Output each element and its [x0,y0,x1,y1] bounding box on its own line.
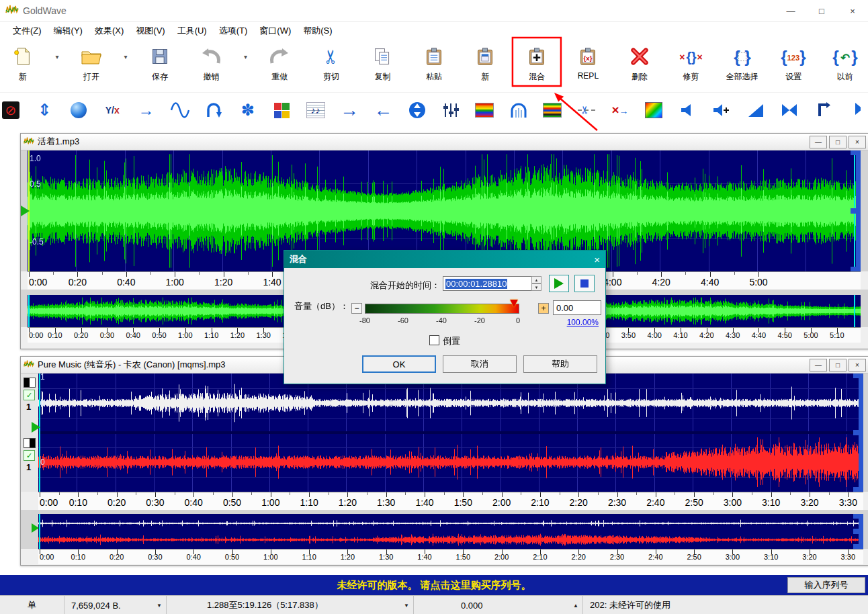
enter-serial-button[interactable]: 输入序列号 [787,577,865,593]
prohibit-icon[interactable]: ⊘ [1,98,20,122]
toolbar-button-trim-braces[interactable]: ×{}×修剪 [672,41,709,83]
preview-play-button[interactable] [549,275,569,292]
toolbar-button-copy-pages[interactable]: 复制 [363,41,401,83]
color-blocks-icon[interactable] [272,98,291,122]
channel2-view-toggle-icon[interactable] [24,438,36,448]
cue-bracket-icon[interactable] [814,98,832,122]
window2-overview-waveform[interactable] [38,514,863,549]
toolbar-button-previous-braces[interactable]: {↶}以前 [826,41,864,83]
status-selection[interactable]: 1.288至5:19.126（5:17.838）▼ [167,596,414,614]
pinwheel-icon[interactable]: ✽ [238,98,257,122]
window1-minimize-button[interactable]: — [810,136,827,148]
arrow-right-icon[interactable]: → [137,98,156,122]
help-button[interactable]: 帮助 [523,355,597,373]
equalizer-stripes-icon[interactable] [543,98,562,122]
window-puremusic[interactable]: Pure Music (纯音乐) - 卡农 (Canon) [mqms].mp3… [20,356,868,566]
dropdown-arrow-icon[interactable]: ▾ [124,53,127,60]
play-position-marker-icon[interactable] [32,523,39,533]
menu-item[interactable]: 工具(U) [171,23,213,39]
status-position[interactable]: 0.000▲ [414,596,583,614]
mix-dialog-titlebar[interactable]: 混合 × [284,251,605,268]
expression-yx-icon[interactable]: Y/x [103,98,122,122]
ok-button[interactable]: OK [362,355,436,373]
start-time-input[interactable]: 00:00:01.28810 [443,276,532,291]
status-channel-mode[interactable]: 单 [0,596,64,614]
sine-wave-icon[interactable] [171,98,189,122]
status-file-size[interactable]: 7,659,024 B.▼ [64,596,167,614]
spectrogram-icon[interactable] [644,98,663,122]
menu-item[interactable]: 文件(Z) [7,23,48,39]
channel1-view-toggle-icon[interactable] [24,378,36,388]
dropdown-icon[interactable]: ▼ [157,603,162,609]
window2-restore-button[interactable]: □ [829,359,847,371]
window2-overview-area[interactable] [21,514,868,549]
slider-thumb-icon[interactable] [510,300,518,307]
window2-time-ruler[interactable]: 0:000:100:200:300:400:501:001:101:201:30… [38,492,863,510]
toolbar-button-delete-x[interactable]: 删除 [621,41,658,83]
dropdown-icon[interactable]: ▼ [404,603,409,609]
volume-slider[interactable] [365,304,519,314]
arrow-right-bold-icon[interactable]: → [340,98,359,122]
fade-triangle-icon[interactable] [746,98,765,122]
window1-close-button[interactable]: × [849,136,866,148]
sphere-icon[interactable] [69,98,88,122]
toolbar-button-save-floppy[interactable]: 保存 [141,41,179,83]
bowtie-icon[interactable] [780,98,799,122]
menu-item[interactable]: 帮助(S) [297,23,338,39]
up-arrow-icon[interactable]: ▲ [573,603,578,609]
start-time-spinner[interactable]: ▲ ▼ [531,276,541,291]
spinner-down-icon[interactable]: ▼ [531,283,541,291]
channel2-enable-checkbox[interactable]: ✓ [24,450,35,461]
uturn-arrow-icon[interactable] [204,98,223,122]
window2-waveform[interactable] [38,374,863,492]
dropdown-arrow-icon[interactable]: ▾ [244,53,247,60]
spectrum-stripes-icon[interactable] [475,98,494,122]
volume-plus-button[interactable]: + [538,303,549,314]
toolbar-button-redo-arrow[interactable]: 重做 [261,41,298,83]
close-button[interactable]: × [837,0,868,21]
channel1-enable-checkbox[interactable]: ✓ [24,390,35,400]
arrow-left-bold-icon[interactable]: ← [374,98,392,122]
volume-minus-button[interactable]: − [351,303,362,314]
toolbar-button-undo-arrow[interactable]: 撤销 [192,41,230,83]
volume-input[interactable]: 0.00 [553,300,601,315]
window1-titlebar[interactable]: 活着1.mp3 — □ × [21,134,868,150]
volume-percent-link[interactable]: 100.00% [553,318,599,327]
toolbar-button-mix-clipboard[interactable]: 混合 [518,41,556,83]
toolbar-button-replace-clipboard[interactable]: {x}REPL [569,41,607,81]
preview-stop-button[interactable] [574,275,595,292]
toolbar-button-paste-new-clipboard[interactable]: 新 [466,41,504,83]
toolbar-button-open-folder[interactable]: 打开 [73,41,110,83]
menu-item[interactable]: 视图(V) [130,23,171,39]
license-message[interactable]: 未经许可的版本。 请点击这里购买序列号。 [337,579,531,592]
play-position-marker-icon[interactable] [32,422,40,433]
toolbar-button-select-all-braces[interactable]: { }全部选择 [724,41,761,83]
menu-item[interactable]: 窗口(W) [253,23,297,39]
window2-overview-ruler[interactable]: 0:000:100:200:300:400:501:001:101:201:30… [38,549,863,564]
window2-close-button[interactable]: × [849,359,866,371]
speaker-icon[interactable] [679,98,697,122]
cancel-button[interactable]: 取消 [443,355,517,373]
scissors-silence-icon[interactable]: ✂ [577,98,596,122]
circle-updown-icon[interactable] [408,98,427,122]
menu-item[interactable]: 编辑(Y) [48,23,89,39]
clipped-triangle-icon[interactable] [848,98,867,122]
spinner-up-icon[interactable]: ▲ [531,276,541,283]
play-position-marker-icon[interactable] [21,206,30,216]
speaker-plus-icon[interactable] [712,98,731,122]
toolbar-button-set-braces-123[interactable]: {123}设置 [775,41,812,83]
dropdown-arrow-icon[interactable]: ▾ [55,53,58,60]
menu-item[interactable]: 选项(T) [213,23,254,39]
menu-item[interactable]: 效果(X) [89,23,130,39]
sliders-icon[interactable] [441,98,460,122]
window2-wave-area[interactable]: ✓ 1 ✓ 1 [21,374,868,492]
toolbar-button-cut-scissors[interactable]: ✂剪切 [312,41,350,83]
dialog-close-icon[interactable]: × [594,254,600,265]
window1-restore-button[interactable]: □ [829,136,847,148]
toolbar-button-new-file[interactable]: 新 [4,41,42,83]
music-score-icon[interactable]: ♪♪ [306,98,325,122]
invert-checkbox[interactable] [429,335,439,345]
delete-x-small-icon[interactable]: ×→ [611,98,630,122]
gate-arch-icon[interactable] [509,98,528,122]
maximize-button[interactable]: □ [806,0,837,21]
